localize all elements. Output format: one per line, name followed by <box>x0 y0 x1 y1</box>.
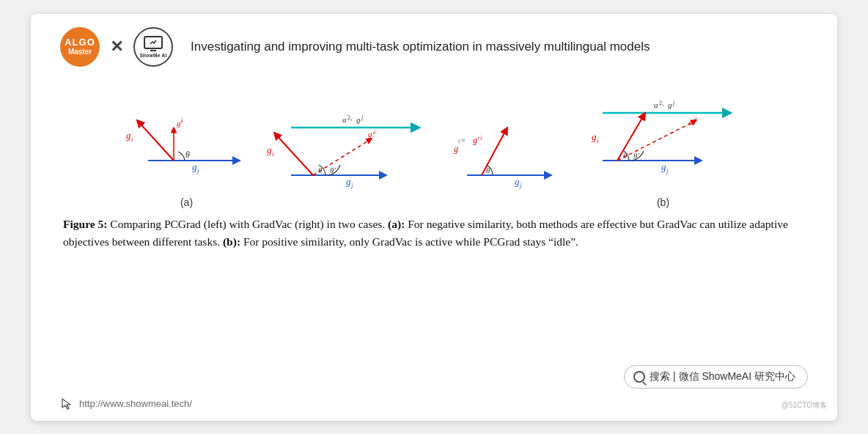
svg-text:i: i <box>458 138 460 144</box>
svg-text:g: g <box>454 144 458 154</box>
svg-text:g: g <box>661 161 666 172</box>
svg-text:i: i <box>695 116 696 122</box>
svg-text:i: i <box>374 129 375 136</box>
caption-bold-a: (a): <box>388 218 405 230</box>
showme-logo-text: ShowMe AI <box>139 53 166 58</box>
svg-text:·: · <box>350 115 353 124</box>
svg-text:θ': θ' <box>633 151 639 160</box>
diagram-b-left: g i = g' i θ g j <box>438 95 573 208</box>
svg-text:i: i <box>131 136 133 143</box>
svg-text:g': g' <box>473 135 479 145</box>
search-label: 搜索 | 微信 ShowMeAI 研究中心 <box>650 370 795 383</box>
svg-text:g: g <box>668 100 672 109</box>
svg-text:θ: θ <box>623 151 628 160</box>
svg-text:g: g <box>126 130 131 141</box>
showme-ai-logo: ShowMe AI <box>133 27 173 67</box>
svg-text:j: j <box>672 100 675 106</box>
svg-text:a: a <box>654 100 658 109</box>
search-icon <box>633 371 645 383</box>
svg-text:=: = <box>461 136 466 144</box>
svg-text:i: i <box>480 135 482 141</box>
figure-number: Figure 5: <box>63 218 107 230</box>
screen-icon <box>144 36 163 49</box>
svg-text:i: i <box>597 137 599 144</box>
footer-url[interactable]: http://www.showmeai.tech/ <box>79 398 192 409</box>
svg-text:g: g <box>592 131 597 142</box>
svg-marker-54 <box>62 399 70 409</box>
svg-text:θ': θ' <box>330 166 336 174</box>
page-title: Investigating and improving multi-task o… <box>191 40 650 54</box>
footer: http://www.showmeai.tech/ <box>60 397 192 411</box>
main-card: ALGO Master ✕ ShowMe AI Investigating an… <box>31 14 837 421</box>
svg-text:j: j <box>196 167 199 174</box>
diagrams-area: g i g' i θ g j (a) <box>60 80 808 208</box>
svg-text:j: j <box>519 182 522 189</box>
svg-text:i: i <box>181 117 183 124</box>
algo-master-logo: ALGO Master <box>60 27 100 67</box>
svg-text:j: j <box>666 167 669 174</box>
svg-text:j: j <box>361 114 364 121</box>
diagram-a-right: a 2 · g j g i g' i θ θ' g j <box>258 95 438 208</box>
figure-caption: Figure 5: Comparing PCGrad (left) with G… <box>60 216 808 251</box>
svg-text:·: · <box>662 100 664 109</box>
cursor-icon <box>60 397 73 411</box>
diagram-label-b: (b) <box>657 196 669 208</box>
caption-bold-b: (b): <box>223 235 240 248</box>
diagram-a-left: g i g' i θ g j (a) <box>115 80 258 208</box>
svg-text:g: g <box>515 176 520 187</box>
header: ALGO Master ✕ ShowMe AI Investigating an… <box>60 27 808 67</box>
svg-text:θ: θ <box>318 166 323 174</box>
svg-line-12 <box>274 133 313 175</box>
svg-text:g: g <box>356 115 361 124</box>
svg-text:a: a <box>342 115 347 124</box>
x-separator: ✕ <box>110 37 123 56</box>
diagram-label-a: (a) <box>180 196 193 208</box>
watermark: @51CTO博客 <box>781 400 827 411</box>
svg-text:i: i <box>272 150 274 158</box>
svg-text:θ: θ <box>486 166 490 174</box>
svg-text:j: j <box>350 182 353 189</box>
svg-text:g: g <box>192 161 197 172</box>
svg-text:g: g <box>346 176 351 187</box>
diagram-b-right: a 2 · g j g i g' i θ θ' g j (b) <box>573 80 753 208</box>
svg-text:θ: θ <box>185 150 190 160</box>
svg-text:g: g <box>267 144 272 155</box>
svg-line-1 <box>137 120 174 161</box>
search-bar[interactable]: 搜索 | 微信 ShowMeAI 研究中心 <box>624 365 808 389</box>
